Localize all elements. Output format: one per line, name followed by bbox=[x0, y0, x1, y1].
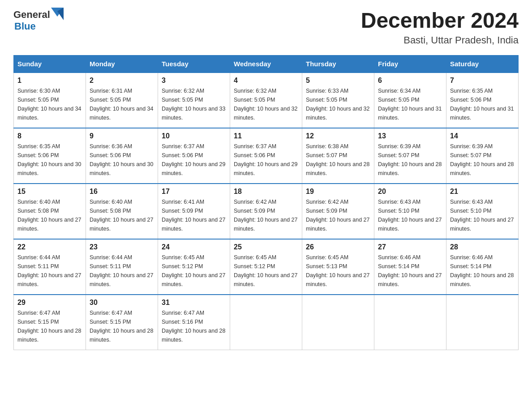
calendar-cell bbox=[230, 295, 302, 350]
day-info: Sunrise: 6:45 AMSunset: 5:13 PMDaylight:… bbox=[306, 253, 370, 289]
day-info: Sunrise: 6:45 AMSunset: 5:12 PMDaylight:… bbox=[234, 253, 298, 289]
calendar-cell: 25Sunrise: 6:45 AMSunset: 5:12 PMDayligh… bbox=[230, 239, 302, 295]
calendar-cell: 28Sunrise: 6:46 AMSunset: 5:14 PMDayligh… bbox=[446, 239, 519, 295]
day-info: Sunrise: 6:46 AMSunset: 5:14 PMDaylight:… bbox=[378, 253, 442, 289]
calendar-week-5: 29Sunrise: 6:47 AMSunset: 5:15 PMDayligh… bbox=[14, 295, 519, 350]
day-number: 26 bbox=[306, 243, 370, 251]
day-number: 31 bbox=[162, 299, 226, 307]
day-number: 15 bbox=[17, 188, 82, 196]
day-info: Sunrise: 6:41 AMSunset: 5:09 PMDaylight:… bbox=[162, 197, 226, 233]
calendar-week-2: 8Sunrise: 6:35 AMSunset: 5:06 PMDaylight… bbox=[14, 128, 519, 184]
day-info: Sunrise: 6:42 AMSunset: 5:09 PMDaylight:… bbox=[234, 197, 298, 233]
calendar-cell: 12Sunrise: 6:38 AMSunset: 5:07 PMDayligh… bbox=[302, 128, 374, 184]
day-info: Sunrise: 6:35 AMSunset: 5:06 PMDaylight:… bbox=[17, 142, 82, 178]
calendar-cell: 18Sunrise: 6:42 AMSunset: 5:09 PMDayligh… bbox=[230, 184, 302, 239]
calendar-cell: 17Sunrise: 6:41 AMSunset: 5:09 PMDayligh… bbox=[158, 184, 230, 239]
calendar-cell: 24Sunrise: 6:45 AMSunset: 5:12 PMDayligh… bbox=[158, 239, 230, 295]
day-number: 2 bbox=[90, 77, 154, 85]
calendar-cell: 31Sunrise: 6:47 AMSunset: 5:16 PMDayligh… bbox=[158, 295, 230, 350]
calendar-cell: 10Sunrise: 6:37 AMSunset: 5:06 PMDayligh… bbox=[158, 128, 230, 184]
calendar-cell: 13Sunrise: 6:39 AMSunset: 5:07 PMDayligh… bbox=[374, 128, 446, 184]
day-number: 27 bbox=[378, 243, 442, 251]
calendar-cell: 27Sunrise: 6:46 AMSunset: 5:14 PMDayligh… bbox=[374, 239, 446, 295]
weekday-header-row: SundayMondayTuesdayWednesdayThursdayFrid… bbox=[14, 55, 519, 73]
calendar-cell: 16Sunrise: 6:40 AMSunset: 5:08 PMDayligh… bbox=[86, 184, 158, 239]
calendar-cell: 11Sunrise: 6:37 AMSunset: 5:06 PMDayligh… bbox=[230, 128, 302, 184]
day-number: 9 bbox=[90, 132, 154, 140]
day-info: Sunrise: 6:46 AMSunset: 5:14 PMDaylight:… bbox=[450, 253, 515, 289]
day-info: Sunrise: 6:43 AMSunset: 5:10 PMDaylight:… bbox=[378, 197, 442, 233]
day-info: Sunrise: 6:43 AMSunset: 5:10 PMDaylight:… bbox=[450, 197, 515, 233]
day-number: 30 bbox=[90, 299, 154, 307]
day-number: 7 bbox=[450, 77, 515, 85]
title-block: December 2024 Basti, Uttar Pradesh, Indi… bbox=[361, 9, 519, 46]
logo: General Blue bbox=[13, 9, 64, 32]
day-number: 16 bbox=[90, 188, 154, 196]
calendar-cell bbox=[374, 295, 446, 350]
calendar-cell: 3Sunrise: 6:32 AMSunset: 5:05 PMDaylight… bbox=[158, 73, 230, 128]
day-number: 23 bbox=[90, 243, 154, 251]
calendar-cell: 19Sunrise: 6:42 AMSunset: 5:09 PMDayligh… bbox=[302, 184, 374, 239]
calendar-cell: 1Sunrise: 6:30 AMSunset: 5:05 PMDaylight… bbox=[14, 73, 86, 128]
calendar-cell: 2Sunrise: 6:31 AMSunset: 5:05 PMDaylight… bbox=[86, 73, 158, 128]
calendar-cell: 6Sunrise: 6:34 AMSunset: 5:05 PMDaylight… bbox=[374, 73, 446, 128]
day-number: 8 bbox=[17, 132, 82, 140]
day-number: 25 bbox=[234, 243, 298, 251]
day-info: Sunrise: 6:42 AMSunset: 5:09 PMDaylight:… bbox=[306, 197, 370, 233]
weekday-header-saturday: Saturday bbox=[446, 55, 519, 73]
day-info: Sunrise: 6:45 AMSunset: 5:12 PMDaylight:… bbox=[162, 253, 226, 289]
day-number: 11 bbox=[234, 132, 298, 140]
logo-text-general: General bbox=[13, 9, 50, 21]
calendar-body: 1Sunrise: 6:30 AMSunset: 5:05 PMDaylight… bbox=[14, 73, 519, 350]
weekday-header-monday: Monday bbox=[86, 55, 158, 73]
day-info: Sunrise: 6:35 AMSunset: 5:06 PMDaylight:… bbox=[450, 86, 515, 122]
day-info: Sunrise: 6:40 AMSunset: 5:08 PMDaylight:… bbox=[17, 197, 82, 233]
day-number: 3 bbox=[162, 77, 226, 85]
day-number: 1 bbox=[17, 77, 82, 85]
calendar-cell: 20Sunrise: 6:43 AMSunset: 5:10 PMDayligh… bbox=[374, 184, 446, 239]
calendar-cell: 7Sunrise: 6:35 AMSunset: 5:06 PMDaylight… bbox=[446, 73, 519, 128]
day-info: Sunrise: 6:39 AMSunset: 5:07 PMDaylight:… bbox=[378, 142, 442, 178]
weekday-header-wednesday: Wednesday bbox=[230, 55, 302, 73]
page-title: December 2024 bbox=[361, 9, 519, 33]
day-number: 18 bbox=[234, 188, 298, 196]
day-info: Sunrise: 6:31 AMSunset: 5:05 PMDaylight:… bbox=[90, 86, 154, 122]
day-info: Sunrise: 6:47 AMSunset: 5:16 PMDaylight:… bbox=[162, 308, 226, 344]
calendar-cell: 26Sunrise: 6:45 AMSunset: 5:13 PMDayligh… bbox=[302, 239, 374, 295]
calendar-cell bbox=[302, 295, 374, 350]
day-number: 20 bbox=[378, 188, 442, 196]
calendar-cell bbox=[446, 295, 519, 350]
logo-icon bbox=[51, 8, 64, 20]
day-info: Sunrise: 6:32 AMSunset: 5:05 PMDaylight:… bbox=[162, 86, 226, 122]
weekday-header-sunday: Sunday bbox=[14, 55, 86, 73]
day-number: 29 bbox=[17, 299, 82, 307]
calendar-cell: 30Sunrise: 6:47 AMSunset: 5:15 PMDayligh… bbox=[86, 295, 158, 350]
calendar-cell: 4Sunrise: 6:32 AMSunset: 5:05 PMDaylight… bbox=[230, 73, 302, 128]
day-info: Sunrise: 6:36 AMSunset: 5:06 PMDaylight:… bbox=[90, 142, 154, 178]
day-info: Sunrise: 6:37 AMSunset: 5:06 PMDaylight:… bbox=[234, 142, 298, 178]
calendar-week-3: 15Sunrise: 6:40 AMSunset: 5:08 PMDayligh… bbox=[14, 184, 519, 239]
calendar-cell: 8Sunrise: 6:35 AMSunset: 5:06 PMDaylight… bbox=[14, 128, 86, 184]
day-info: Sunrise: 6:39 AMSunset: 5:07 PMDaylight:… bbox=[450, 142, 515, 178]
weekday-header-tuesday: Tuesday bbox=[158, 55, 230, 73]
calendar-cell: 23Sunrise: 6:44 AMSunset: 5:11 PMDayligh… bbox=[86, 239, 158, 295]
calendar-cell: 29Sunrise: 6:47 AMSunset: 5:15 PMDayligh… bbox=[14, 295, 86, 350]
weekday-header-thursday: Thursday bbox=[302, 55, 374, 73]
day-info: Sunrise: 6:44 AMSunset: 5:11 PMDaylight:… bbox=[90, 253, 154, 289]
day-number: 24 bbox=[162, 243, 226, 251]
day-number: 6 bbox=[378, 77, 442, 85]
day-number: 14 bbox=[450, 132, 515, 140]
day-number: 13 bbox=[378, 132, 442, 140]
calendar-cell: 9Sunrise: 6:36 AMSunset: 5:06 PMDaylight… bbox=[86, 128, 158, 184]
calendar-header: SundayMondayTuesdayWednesdayThursdayFrid… bbox=[14, 55, 519, 73]
page-subtitle: Basti, Uttar Pradesh, India bbox=[361, 34, 519, 46]
day-number: 4 bbox=[234, 77, 298, 85]
day-info: Sunrise: 6:32 AMSunset: 5:05 PMDaylight:… bbox=[234, 86, 298, 122]
calendar-week-4: 22Sunrise: 6:44 AMSunset: 5:11 PMDayligh… bbox=[14, 239, 519, 295]
day-info: Sunrise: 6:44 AMSunset: 5:11 PMDaylight:… bbox=[17, 253, 82, 289]
day-number: 19 bbox=[306, 188, 370, 196]
day-info: Sunrise: 6:40 AMSunset: 5:08 PMDaylight:… bbox=[90, 197, 154, 233]
day-number: 28 bbox=[450, 243, 515, 251]
weekday-header-friday: Friday bbox=[374, 55, 446, 73]
day-info: Sunrise: 6:38 AMSunset: 5:07 PMDaylight:… bbox=[306, 142, 370, 178]
